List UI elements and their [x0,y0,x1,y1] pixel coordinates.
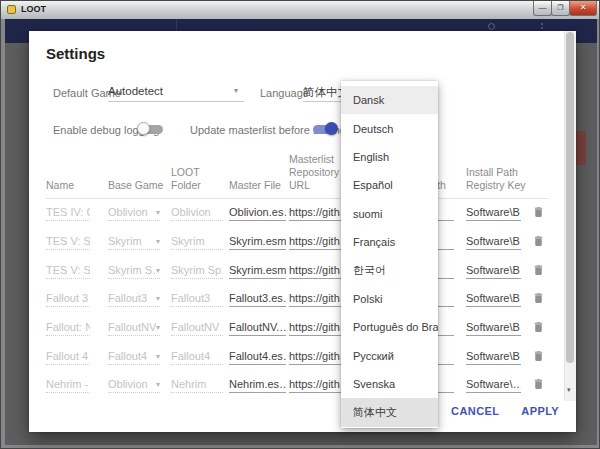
game-name-field[interactable]: Fallout: N… [46,320,90,336]
master-file-field[interactable]: Oblivion.es… [229,205,286,221]
registry-key-field[interactable]: Software\B… [466,291,521,307]
base-game-select[interactable]: Oblivion▾ [108,377,160,393]
column-registry-key: Install Path Registry Key [459,166,526,192]
loot-folder-field[interactable]: Nehrim [171,377,223,393]
table-row: Fallout: N…FalloutNV▾FalloutNVFalloutNV.… [46,314,548,343]
language-option[interactable]: Polski [341,285,438,313]
table-row: Nehrim - …Oblivion▾NehrimNehrim.es…https… [46,371,548,400]
language-option[interactable]: 한국어 [341,256,438,284]
master-file-field[interactable]: Fallout3.es… [229,291,286,307]
delete-game-button[interactable] [532,263,545,281]
delete-game-button[interactable] [532,349,545,367]
chevron-down-icon: ▾ [234,86,238,95]
delete-game-button[interactable] [532,377,545,395]
search-icon [488,23,495,30]
language-option[interactable]: Svenska [341,370,438,398]
dropdown-arrow-icon: ▾ [156,291,160,306]
column-base-game: Base Game [108,179,171,192]
loot-folder-field[interactable]: Skyrim [171,234,223,250]
language-option[interactable]: Deutsch [341,114,438,142]
dropdown-arrow-icon: ▾ [156,349,160,364]
language-option[interactable]: Português do Brasil [341,313,438,341]
games-table-body: TES IV: O…Oblivion▾OblivionOblivion.es…h… [46,199,548,400]
registry-key-field[interactable]: Software\… [466,377,521,393]
debug-logging-toggle[interactable] [137,122,165,136]
base-game-select[interactable]: Oblivion▾ [108,205,160,221]
language-option[interactable]: Français [341,228,438,256]
registry-key-field[interactable]: Software\B… [466,263,521,279]
game-name-field[interactable]: Fallout 4 [46,349,90,365]
game-name-field[interactable]: TES V: Sk… [46,263,90,279]
dropdown-arrow-icon: ▾ [156,320,160,335]
language-option[interactable]: Русский [341,342,438,370]
delete-game-button[interactable] [532,205,545,223]
base-game-select[interactable]: Skyrim▾ [108,234,160,250]
scrollbar-thumb[interactable] [566,32,574,363]
game-name-field[interactable]: TES V: Sk… [46,234,90,250]
registry-key-field[interactable]: Software\B… [466,349,521,365]
default-game-select[interactable]: Autodetect [108,85,163,97]
language-option[interactable]: suomi [341,200,438,228]
registry-key-field[interactable]: Software\B… [466,205,521,221]
loot-window: LOOT — ❐ ✕ Settings Default Game Autodet… [0,0,600,449]
toggle-knob [325,122,338,135]
language-option[interactable]: 简体中文 [341,398,438,426]
dialog-title: Settings [46,45,105,62]
maximize-button[interactable]: ❐ [551,1,570,16]
master-file-field[interactable]: Fallout4.es… [229,349,286,365]
table-row: Fallout 3Fallout3▾Fallout3Fallout3.es…ht… [46,285,548,314]
registry-key-field[interactable]: Software\B… [466,234,521,250]
delete-game-button[interactable] [532,291,545,309]
settings-dialog: Settings Default Game Autodetect ▾ Langu… [29,31,576,432]
base-game-select[interactable]: Fallout3▾ [108,291,160,307]
cancel-button[interactable]: CANCEL [451,405,499,417]
master-file-field[interactable]: Nehrim.es… [229,377,286,393]
game-name-field[interactable]: Nehrim - … [46,377,90,393]
minimize-button[interactable]: — [533,1,552,16]
dropdown-arrow-icon: ▾ [156,234,160,249]
apply-button[interactable]: APPLY [521,405,559,417]
registry-key-field[interactable]: Software\B… [466,320,521,336]
language-option[interactable]: English [341,143,438,171]
dialog-actions: CANCEL APPLY [451,405,559,417]
games-table-header: Name Base Game LOOT Folder Master File M… [46,153,548,199]
base-game-select[interactable]: Skyrim S…▾ [108,263,160,279]
game-name-field[interactable]: Fallout 3 [46,291,90,307]
delete-game-button[interactable] [532,234,545,252]
table-row: TES IV: O…Oblivion▾OblivionOblivion.es…h… [46,199,548,228]
loot-folder-field[interactable]: Oblivion [171,205,223,221]
language-option[interactable]: Dansk [341,86,438,114]
language-option[interactable]: Español [341,171,438,199]
dropdown-arrow-icon: ▾ [156,263,160,278]
column-master-file: Master File [229,179,289,192]
window-title: LOOT [21,4,46,14]
base-game-select[interactable]: FalloutNV▾ [108,320,160,336]
loot-folder-field[interactable]: Skyrim Sp… [171,263,223,279]
scroll-down-icon[interactable]: ▾ [567,386,571,394]
master-file-field[interactable]: Skyrim.esm [229,234,286,250]
master-file-field[interactable]: FalloutNV.… [229,320,286,336]
loot-folder-field[interactable]: Fallout3 [171,291,223,307]
delete-game-button[interactable] [532,320,545,338]
window-titlebar: LOOT [1,1,599,19]
base-game-select[interactable]: Fallout4▾ [108,349,160,365]
game-name-field[interactable]: TES IV: O… [46,205,90,221]
dropdown-arrow-icon: ▾ [156,205,160,220]
language-dropdown-menu: DanskDeutschEnglishEspañolsuomiFrançais한… [341,81,438,428]
column-name: Name [46,179,108,192]
dropdown-arrow-icon: ▾ [156,377,160,392]
default-game-underline [108,101,244,102]
table-row: TES V: Sk…Skyrim▾SkyrimSkyrim.esmhttps:/… [46,228,548,257]
table-row: TES V: Sk…Skyrim S…▾Skyrim Sp…Skyrim.esm… [46,256,548,285]
language-label: Language [260,87,309,99]
table-row: Fallout 4Fallout4▾Fallout4Fallout4.es…ht… [46,342,548,371]
menu-dots-icon [541,23,543,25]
close-button[interactable]: ✕ [569,1,597,16]
loot-folder-field[interactable]: FalloutNV [171,320,223,336]
loot-app-icon [7,5,16,14]
update-masterlist-toggle[interactable] [311,122,339,136]
loot-folder-field[interactable]: Fallout4 [171,349,223,365]
master-file-field[interactable]: Skyrim.esm [229,263,286,279]
background-red-button [576,131,586,165]
toggle-knob [137,122,150,135]
